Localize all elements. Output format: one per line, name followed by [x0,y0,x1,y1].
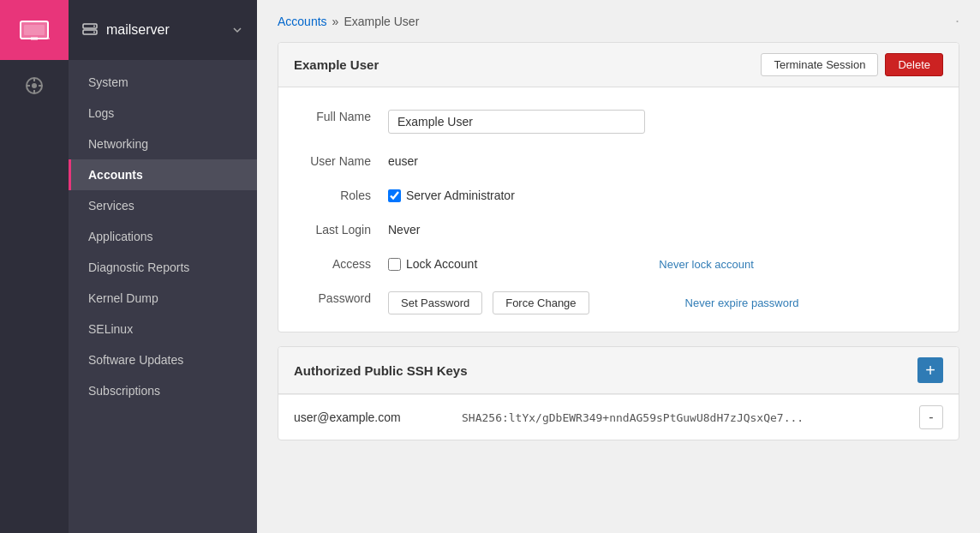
password-value: Set Password Force Change Never expire p… [388,286,943,314]
never-expire-link[interactable]: Never expire password [685,296,799,309]
user-card-actions: Terminate Session Delete [761,53,943,76]
last-login-row: Last Login Never [294,218,943,237]
icon-bar [0,0,69,533]
sidebar-item-networking[interactable]: Networking [69,129,257,159]
breadcrumb-current: Example User [344,15,419,28]
last-login-value: Never [388,218,943,237]
last-login-display: Never [388,223,420,237]
sidebar-item-software-updates[interactable]: Software Updates [69,344,257,375]
password-label: Password [294,286,388,305]
sidebar-item-logs[interactable]: Logs [69,98,257,129]
sidebar-item-system[interactable]: System [69,67,257,98]
user-card-title: Example User [294,57,379,72]
sidebar-item-subscriptions[interactable]: Subscriptions [69,375,257,406]
sidebar-item-diagnostic-reports[interactable]: Diagnostic Reports [69,252,257,283]
svg-point-13 [93,26,95,27]
sidebar-item-kernel-dump[interactable]: Kernel Dump [69,283,257,314]
sidebar-item-services[interactable]: Services [69,190,257,221]
server-icon [82,22,98,38]
sidebar-item-selinux[interactable]: SELinux [69,314,257,344]
sidebar-item-applications[interactable]: Applications [69,221,257,252]
set-password-button[interactable]: Set Password [388,291,482,314]
username-row: User Name euser [294,149,943,168]
ssh-keys-card: Authorized Public SSH Keys + user@exampl… [278,346,959,440]
sidebar: mailserver System Logs Networking Accoun… [69,0,257,533]
user-card-body: Full Name User Name euser Roles [278,87,959,332]
main-area: Accounts » Example User · Example User T… [257,0,980,533]
roles-row: Roles Server Administrator [294,183,943,202]
access-row: Access Lock Account Never lock account [294,252,943,271]
svg-rect-2 [24,25,45,35]
ssh-key-fingerprint: SHA256:ltYx/gDbEWR349+nndAG59sPtGuwU8dH7… [462,411,905,424]
username-display: euser [388,154,418,168]
sidebar-icon-dashboard[interactable] [0,60,69,111]
full-name-input[interactable] [388,110,645,134]
sidebar-item-accounts[interactable]: Accounts [69,159,257,190]
username-value: euser [388,149,943,168]
lock-account-text: Lock Account [406,257,477,271]
user-card: Example User Terminate Session Delete Fu… [278,42,959,332]
full-name-row: Full Name [294,105,943,134]
sidebar-nav: System Logs Networking Accounts Services… [69,60,257,533]
role-checkbox[interactable] [388,189,401,202]
full-name-label: Full Name [294,105,388,123]
force-change-button[interactable]: Force Change [493,291,589,314]
svg-point-14 [93,32,95,33]
role-name: Server Administrator [406,189,515,202]
never-lock-link[interactable]: Never lock account [659,258,754,271]
ssh-key-email: user@example.com [294,410,448,424]
breadcrumb: Accounts » Example User · [257,0,980,42]
chevron-down-icon [231,24,243,36]
delete-button[interactable]: Delete [885,53,943,76]
app-logo[interactable] [0,0,69,60]
dot-indicator: · [955,12,959,30]
add-ssh-key-button[interactable]: + [917,357,943,383]
roles-label: Roles [294,183,388,202]
password-row: Password Set Password Force Change Never… [294,286,943,314]
breadcrumb-parent[interactable]: Accounts [278,15,327,28]
last-login-label: Last Login [294,218,388,237]
user-card-header: Example User Terminate Session Delete [278,43,959,87]
access-label: Access [294,252,388,271]
ssh-keys-card-header: Authorized Public SSH Keys + [278,347,959,394]
svg-rect-4 [31,37,38,40]
roles-value: Server Administrator [388,183,943,202]
terminate-session-button[interactable]: Terminate Session [761,53,878,76]
content-area: Example User Terminate Session Delete Fu… [257,42,980,533]
role-checkbox-label[interactable]: Server Administrator [388,189,515,202]
access-value: Lock Account Never lock account [388,252,943,271]
remove-ssh-key-button[interactable]: - [919,405,943,429]
lock-account-label[interactable]: Lock Account [388,257,477,271]
username-label: User Name [294,149,388,168]
svg-point-6 [32,83,37,88]
full-name-value [388,105,943,134]
ssh-keys-title: Authorized Public SSH Keys [294,363,468,378]
breadcrumb-separator: » [332,15,339,28]
sidebar-server-name: mailserver [106,22,170,38]
sidebar-server-header[interactable]: mailserver [69,0,257,60]
ssh-key-row: user@example.com SHA256:ltYx/gDbEWR349+n… [278,394,959,440]
lock-account-checkbox[interactable] [388,258,401,271]
app-logo-icon [19,18,50,42]
